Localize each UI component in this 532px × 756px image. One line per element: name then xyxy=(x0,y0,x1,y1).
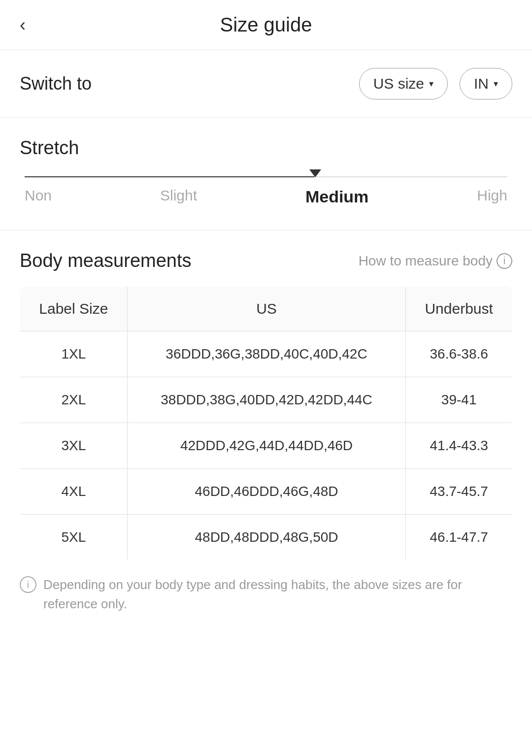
slider-indicator xyxy=(309,169,321,177)
switch-to-label: Switch to xyxy=(20,73,347,94)
switch-to-section: Switch to US size ▾ IN ▾ xyxy=(0,50,532,118)
disclaimer: i Depending on your body type and dressi… xyxy=(0,560,532,633)
table-row: 4XL46DD,46DDD,46G,48D43.7-45.7 xyxy=(20,469,512,515)
stretch-section: Stretch Non Slight Medium High xyxy=(0,118,532,230)
cell-label-size: 1XL xyxy=(20,331,128,377)
table-row: 5XL48DD,48DDD,48G,50D46.1-47.7 xyxy=(20,515,512,560)
info-icon: i xyxy=(497,253,512,269)
cell-us: 36DDD,36G,38DD,40C,40D,42C xyxy=(127,331,406,377)
cell-underbust: 41.4-43.3 xyxy=(406,423,512,469)
cell-underbust: 46.1-47.7 xyxy=(406,515,512,560)
cell-label-size: 4XL xyxy=(20,469,128,515)
currency-arrow: ▾ xyxy=(494,78,498,89)
measurements-section: Body measurements How to measure body i … xyxy=(0,230,532,560)
stretch-title: Stretch xyxy=(20,137,512,159)
table-row: 1XL36DDD,36G,38DD,40C,40D,42C36.6-38.6 xyxy=(20,331,512,377)
cell-us: 38DDD,38G,40DD,42D,42DD,44C xyxy=(127,377,406,423)
size-system-label: US size xyxy=(373,75,424,92)
cell-us: 48DD,48DDD,48G,50D xyxy=(127,515,406,560)
cell-us: 46DD,46DDD,46G,48D xyxy=(127,469,406,515)
currency-label: IN xyxy=(474,75,489,92)
slider-labels: Non Slight Medium High xyxy=(25,187,507,206)
page-title: Size guide xyxy=(220,14,312,36)
stretch-option-non[interactable]: Non xyxy=(25,187,52,206)
size-table: Label Size US Underbust 1XL36DDD,36G,38D… xyxy=(20,286,512,560)
col-underbust: Underbust xyxy=(406,287,512,331)
disclaimer-text: Depending on your body type and dressing… xyxy=(43,575,512,614)
col-label-size: Label Size xyxy=(20,287,128,331)
table-row: 2XL38DDD,38G,40DD,42D,42DD,44C39-41 xyxy=(20,377,512,423)
col-us: US xyxy=(127,287,406,331)
cell-underbust: 39-41 xyxy=(406,377,512,423)
stretch-option-high[interactable]: High xyxy=(477,187,507,206)
stretch-option-slight[interactable]: Slight xyxy=(160,187,197,206)
cell-us: 42DDD,42G,44D,44DD,46D xyxy=(127,423,406,469)
back-button[interactable]: ‹ xyxy=(20,16,26,34)
currency-dropdown[interactable]: IN ▾ xyxy=(460,68,512,99)
measurements-title: Body measurements xyxy=(20,250,192,271)
cell-underbust: 43.7-45.7 xyxy=(406,469,512,515)
cell-label-size: 5XL xyxy=(20,515,128,560)
disclaimer-icon: i xyxy=(20,576,36,593)
measurements-header: Body measurements How to measure body i xyxy=(20,250,512,271)
how-to-measure-text: How to measure body xyxy=(359,253,493,269)
header: ‹ Size guide xyxy=(0,0,532,50)
stretch-option-medium[interactable]: Medium xyxy=(305,187,368,206)
cell-underbust: 36.6-38.6 xyxy=(406,331,512,377)
size-system-arrow: ▾ xyxy=(429,78,433,89)
cell-label-size: 2XL xyxy=(20,377,128,423)
stretch-slider[interactable]: Non Slight Medium High xyxy=(25,176,507,206)
table-row: 3XL42DDD,42G,44D,44DD,46D41.4-43.3 xyxy=(20,423,512,469)
table-header-row: Label Size US Underbust xyxy=(20,287,512,331)
size-system-dropdown[interactable]: US size ▾ xyxy=(359,68,448,99)
cell-label-size: 3XL xyxy=(20,423,128,469)
slider-track xyxy=(25,176,507,177)
how-to-measure-link[interactable]: How to measure body i xyxy=(359,253,512,269)
